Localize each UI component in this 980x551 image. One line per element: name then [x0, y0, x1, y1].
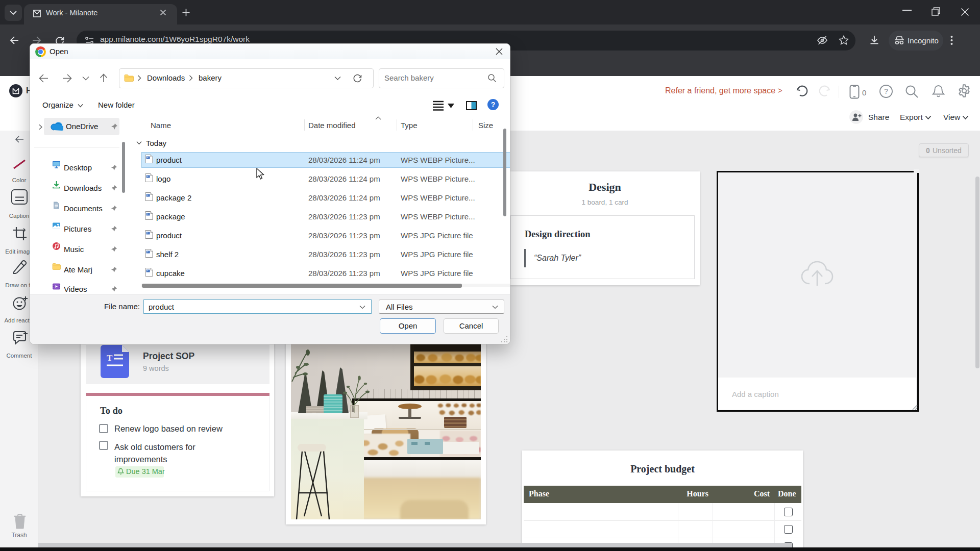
svg-text:T: T	[107, 353, 113, 363]
svg-text:?: ?	[884, 87, 888, 95]
